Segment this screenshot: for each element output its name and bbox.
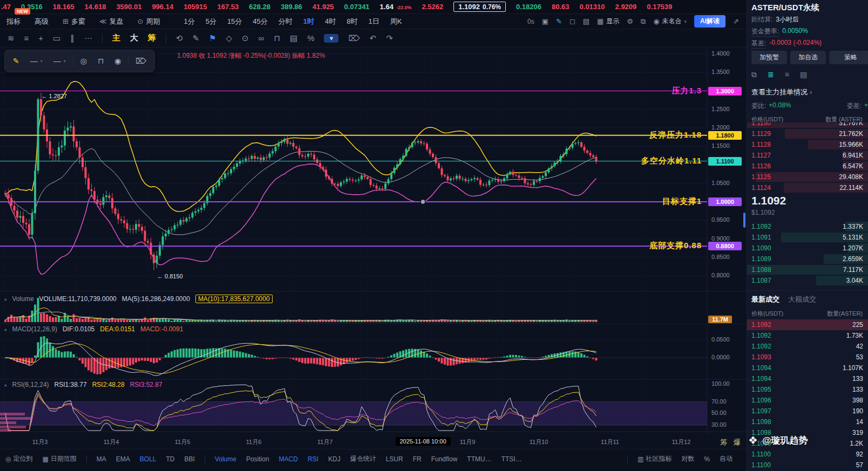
indicator-toggle[interactable]: BBI: [185, 455, 195, 463]
parallel-lines-icon[interactable]: ∥: [70, 33, 74, 43]
ticker-item[interactable]: 14.618: [85, 3, 106, 11]
indicator-toggle[interactable]: EMA: [116, 455, 130, 463]
layout-icon-2[interactable]: ≣: [768, 70, 774, 79]
orderbook-ask-row[interactable]: 1.112815.966K: [747, 139, 868, 150]
scrollbar-handle[interactable]: [743, 213, 745, 228]
ticker-item[interactable]: 1.10920.76%: [453, 2, 506, 12]
target-icon[interactable]: ◎: [77, 54, 91, 67]
orderbook-bid-row[interactable]: 1.10915.131K: [747, 232, 868, 243]
indicator-toggle[interactable]: BOLL: [140, 455, 157, 463]
trade-row[interactable]: 1.1096398: [747, 395, 868, 406]
percent-icon[interactable]: %: [307, 33, 314, 43]
collapse-icon[interactable]: ▴: [4, 382, 7, 387]
timeframe-tab[interactable]: 4时: [325, 17, 336, 26]
orderbook-bid-row[interactable]: 1.10892.659K: [747, 254, 868, 264]
pencil-icon[interactable]: ✎: [9, 54, 23, 67]
layout-icon[interactable]: ▤: [583, 17, 589, 25]
share-icon[interactable]: ⇗: [733, 17, 739, 25]
ai-analysis-button[interactable]: AI解读: [694, 15, 725, 28]
ticker-item[interactable]: 1.64-22.0%: [380, 3, 412, 11]
indicator-toggle[interactable]: 自动: [720, 454, 733, 463]
ticker-item[interactable]: 105915: [184, 3, 207, 11]
orderbook-ask-row[interactable]: 1.112529.408K: [747, 172, 868, 182]
collapse-icon[interactable]: ▴: [4, 326, 7, 332]
watchlist-icon[interactable]: ≋: [8, 33, 15, 43]
layout-icon-4[interactable]: ▤: [800, 70, 807, 79]
volume-ma10[interactable]: MA(10):17,835,627.0000: [195, 295, 273, 303]
redo-icon[interactable]: ↷: [386, 33, 393, 43]
indicator-toggle[interactable]: TTMU…: [467, 455, 491, 463]
refresh-icon[interactable]: ⟲: [176, 33, 183, 43]
layout-icon-3[interactable]: ≡: [785, 70, 789, 79]
indicator-toggle[interactable]: FR: [413, 455, 422, 463]
orderbook-bid-row[interactable]: 1.10887.117K: [747, 264, 868, 275]
ticker-item[interactable]: 389.86: [281, 3, 302, 11]
crosshair-icon[interactable]: +: [38, 33, 43, 43]
view-main-orders-link[interactable]: 查看主力挂单情况›: [751, 87, 812, 97]
trade-row[interactable]: 1.1094133: [747, 373, 868, 384]
indicator-toggle[interactable]: MA: [97, 455, 106, 463]
ticker-item[interactable]: 0.17539: [647, 3, 672, 11]
indicator-toggle[interactable]: RSI: [308, 455, 318, 463]
menu-item[interactable]: 指标: [6, 17, 21, 26]
indicator-toggle[interactable]: %: [704, 455, 710, 463]
ticker-item[interactable]: 0.07341: [344, 3, 370, 11]
trade-row[interactable]: 1.1097190: [747, 406, 868, 417]
eye-icon[interactable]: ◉: [111, 54, 125, 67]
indicator-toggle[interactable]: TTSI…: [501, 455, 522, 463]
ticker-item[interactable]: 2.5262: [422, 3, 443, 11]
line-style-thick[interactable]: —▾: [50, 54, 70, 67]
indicator-toggle[interactable]: 对数: [681, 454, 694, 463]
ticker-item[interactable]: 2.9209: [615, 3, 637, 11]
timeframe-tab[interactable]: 45分: [253, 17, 267, 26]
layout-icon-1[interactable]: ⧉: [751, 70, 757, 79]
chips-button[interactable]: 筹: [720, 438, 727, 447]
more-tools-icon[interactable]: ⋯: [84, 33, 92, 43]
menu-item[interactable]: ⊙周期: [138, 17, 160, 26]
orderbook-ask-row[interactable]: 1.113031.767K: [747, 122, 868, 128]
undo-icon[interactable]: ↶: [370, 33, 377, 43]
timeframe-tab[interactable]: 分时: [279, 17, 293, 26]
trade-row[interactable]: 1.1095133: [747, 384, 868, 395]
ticker-item[interactable]: 0.01310: [580, 3, 605, 11]
ticker-item[interactable]: 18.165: [53, 3, 74, 11]
ticker-item[interactable]: 3590.01: [116, 3, 141, 11]
filter-icon[interactable]: ▼: [324, 34, 338, 43]
ticker-item[interactable]: 0.18206: [516, 3, 541, 11]
doc-icon[interactable]: ▤: [290, 33, 297, 43]
liquidation-button[interactable]: 爆: [734, 438, 741, 447]
collapse-icon[interactable]: ▴: [4, 296, 7, 302]
chat-icon[interactable]: ◻: [569, 17, 575, 25]
indicator-toggle[interactable]: ▥社区指标: [638, 454, 672, 463]
trash-icon[interactable]: ⌦: [348, 33, 360, 43]
orderbook-ask-row[interactable]: 1.11266.547K: [747, 161, 868, 172]
chart-mode-1[interactable]: 主: [112, 33, 120, 43]
indicator-toggle[interactable]: Volume: [215, 455, 236, 463]
ticker-item[interactable]: 41.925: [313, 3, 334, 11]
timeframe-tab[interactable]: 1时: [303, 17, 314, 26]
chart-mode-3[interactable]: 筹: [148, 33, 156, 43]
orderbook-bid-row[interactable]: 1.10901.207K: [747, 243, 868, 254]
menu-item[interactable]: ⊞多窗: [63, 17, 85, 26]
trade-row[interactable]: 1.10921.73K: [747, 330, 868, 341]
menu-icon[interactable]: ≡: [24, 33, 29, 43]
tab-large-trades[interactable]: 大额成交: [788, 295, 816, 304]
lock-icon[interactable]: ⊓: [94, 54, 107, 67]
trade-row[interactable]: 1.109814: [747, 417, 868, 427]
tab-latest-trades[interactable]: 最新成交: [751, 295, 779, 304]
link-icon[interactable]: ∞: [259, 33, 265, 43]
trade-row[interactable]: 1.109353: [747, 352, 868, 363]
camera-icon[interactable]: ▣: [542, 17, 548, 25]
indicator-toggle[interactable]: TD: [166, 455, 175, 463]
trash-icon[interactable]: ⌦: [132, 54, 150, 67]
settings-icon[interactable]: ⚙: [627, 17, 633, 25]
template-selector[interactable]: ◉未名合▾: [653, 17, 687, 26]
indicator-toggle[interactable]: KDJ: [328, 455, 341, 463]
indicator-toggle[interactable]: MACD: [279, 455, 298, 463]
indicator-toggle[interactable]: 爆仓统计: [350, 454, 376, 463]
ticker-item[interactable]: 167.53: [218, 3, 239, 11]
timeframe-tab[interactable]: 周K: [390, 17, 402, 26]
trade-row[interactable]: 1.110057: [747, 460, 868, 470]
ticker-item[interactable]: .47: [1, 3, 11, 11]
ticker-item[interactable]: 80.63: [552, 3, 569, 11]
